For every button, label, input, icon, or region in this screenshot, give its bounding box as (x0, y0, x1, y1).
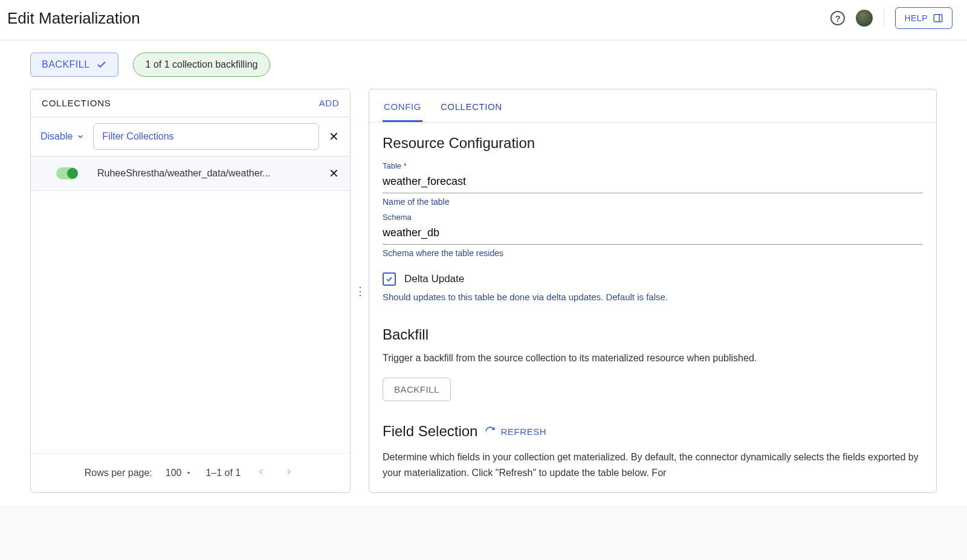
help-button[interactable]: HELP (895, 7, 952, 29)
workspace: COLLECTIONS ADD Disable ✕ RuheeShrestha/… (0, 89, 967, 505)
resource-config-heading: Resource Configuration (383, 135, 923, 152)
panel-divider: ⋮ (351, 89, 369, 493)
svg-rect-0 (934, 14, 942, 22)
collection-name: RuheeShrestha/weather_data/weather... (97, 168, 320, 179)
delta-update-row: Delta Update (383, 272, 923, 286)
schema-help: Schema where the table resides (383, 248, 923, 258)
toggle-knob (67, 168, 78, 179)
table-label: Table * (383, 161, 923, 170)
page-range: 1–1 of 1 (205, 468, 241, 478)
help-icon[interactable]: ? (830, 11, 845, 25)
field-selection-heading: Field Selection (383, 423, 477, 440)
collections-panel: COLLECTIONS ADD Disable ✕ RuheeShrestha/… (30, 89, 351, 493)
chevron-down-icon (76, 132, 85, 141)
spacer (31, 191, 350, 453)
backfill-button-label: BACKFILL (42, 59, 90, 70)
pagination: Rows per page: 100 1–1 of 1 (31, 453, 350, 492)
collection-row[interactable]: RuheeShrestha/weather_data/weather... ✕ (31, 156, 350, 191)
caret-down-icon (185, 469, 192, 477)
remove-collection-icon[interactable]: ✕ (329, 166, 339, 181)
sidebar-icon (933, 13, 943, 24)
page-title: Edit Materialization (7, 9, 140, 28)
collections-title: COLLECTIONS (42, 98, 111, 108)
delta-update-label: Delta Update (404, 273, 464, 285)
disable-label: Disable (40, 131, 73, 142)
table-field: Table * Name of the table (383, 161, 923, 207)
collections-header: COLLECTIONS ADD (31, 89, 350, 117)
config-tabs: CONFIG COLLECTION (369, 89, 936, 123)
add-collection-button[interactable]: ADD (319, 98, 339, 108)
chevron-right-icon (284, 467, 294, 477)
table-help: Name of the table (383, 197, 923, 207)
clear-filter-icon[interactable]: ✕ (326, 129, 341, 144)
avatar[interactable] (856, 10, 873, 27)
svg-marker-2 (187, 472, 190, 475)
refresh-label: REFRESH (500, 426, 546, 437)
backfill-heading: Backfill (383, 326, 923, 343)
schema-label: Schema (383, 213, 923, 222)
page-size-value: 100 (166, 468, 182, 478)
backfill-section: Backfill Trigger a backfill from the sou… (383, 326, 923, 402)
schema-field: Schema Schema where the table resides (383, 213, 923, 258)
backfill-trigger-button[interactable]: BACKFILL (383, 378, 451, 401)
collections-controls: Disable ✕ (31, 117, 350, 156)
divider (884, 8, 884, 28)
filter-collections-input[interactable] (93, 123, 319, 150)
field-selection-header: Field Selection REFRESH (383, 423, 923, 440)
refresh-button[interactable]: REFRESH (485, 426, 546, 437)
drag-handle-icon[interactable]: ⋮ (355, 285, 364, 298)
check-icon (385, 275, 393, 283)
config-panel: CONFIG COLLECTION Resource Configuration… (369, 89, 937, 493)
backfill-button[interactable]: BACKFILL (30, 53, 118, 77)
next-page-button[interactable] (282, 467, 296, 479)
refresh-icon (485, 426, 496, 437)
disable-dropdown[interactable]: Disable (39, 127, 86, 146)
page-header: Edit Materialization ? HELP (0, 0, 967, 40)
delta-update-checkbox[interactable] (383, 272, 396, 286)
page-size-select[interactable]: 100 (166, 468, 193, 478)
backfill-text: Trigger a backfill from the source colle… (383, 350, 923, 366)
toolbar: BACKFILL 1 of 1 collection backfilling (0, 40, 967, 89)
help-button-label: HELP (904, 13, 928, 23)
table-input[interactable] (383, 170, 923, 193)
config-body: Resource Configuration Table * Name of t… (369, 123, 936, 492)
check-icon (96, 59, 107, 70)
header-actions: ? HELP (830, 7, 952, 29)
rows-per-page-label: Rows per page: (85, 468, 152, 478)
tab-config[interactable]: CONFIG (383, 89, 422, 122)
status-badge: 1 of 1 collection backfilling (133, 53, 271, 77)
schema-input[interactable] (383, 222, 923, 245)
field-selection-section: Field Selection REFRESH Determine which … (383, 423, 923, 480)
prev-page-button[interactable] (254, 467, 268, 479)
tab-collection[interactable]: COLLECTION (439, 89, 503, 122)
chevron-left-icon (256, 467, 266, 477)
collection-toggle[interactable] (56, 167, 78, 179)
delta-update-help: Should updates to this table be done via… (383, 291, 923, 304)
field-selection-text: Determine which fields in your collectio… (383, 449, 923, 480)
